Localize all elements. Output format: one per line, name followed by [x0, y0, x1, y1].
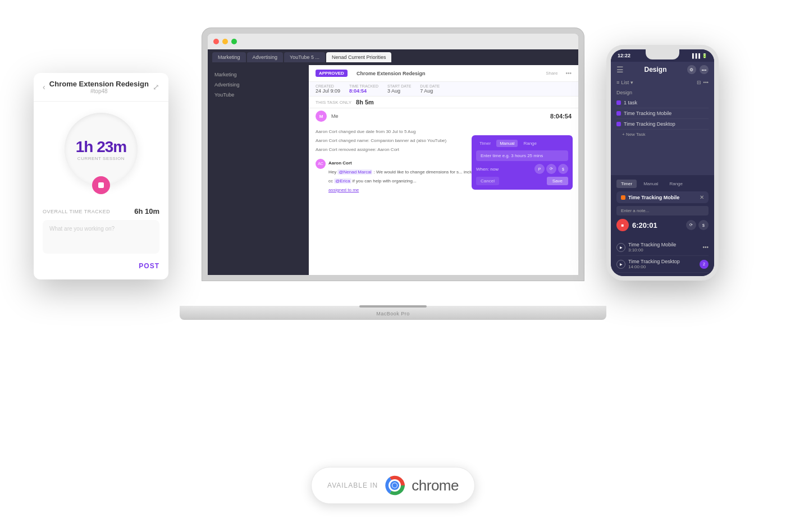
history-count-2: 2 — [700, 260, 709, 269]
tab-advertising[interactable]: Advertising — [247, 52, 284, 62]
back-icon[interactable]: ‹ — [43, 82, 45, 91]
popup-btn-s[interactable]: ⟳ — [546, 164, 556, 174]
more-options-icon[interactable]: ••• — [565, 70, 572, 76]
time-tracked: 8:04:54 — [349, 88, 378, 94]
task-dot-3 — [616, 122, 621, 126]
phone-tasks: Design 1 task Time Tracking Mobile Time … — [611, 88, 714, 175]
current-task-row: Time Tracking Mobile ✕ — [616, 191, 709, 203]
me-avatar: M — [316, 111, 327, 122]
scene: Marketing Advertising YouTube 5 ... Nena… — [0, 0, 786, 532]
time-display-row: CREATED 24 Jul 9:09 TIME TRACKED 8:04:54… — [309, 82, 578, 97]
list-label: ≡ List ▾ — [616, 80, 633, 85]
sidebar-item-marketing[interactable]: Marketing — [208, 70, 309, 80]
history-play-2[interactable]: ▶ — [616, 260, 625, 269]
sidebar-item-advertising[interactable]: Advertising — [208, 80, 309, 90]
timer-session-label: CURRENT SESSION — [77, 156, 125, 161]
more-list-icon[interactable]: ••• — [703, 80, 709, 85]
time-input[interactable]: Enter time e.g. 3 hours 25 mins — [476, 150, 568, 161]
new-task-button[interactable]: + New Task — [616, 130, 709, 139]
phone-header-icons: ⚙ ••• — [687, 65, 709, 74]
timer-running: ■ 6:20:01 — [616, 219, 657, 231]
phone-timer-value: 6:20:01 — [632, 221, 657, 230]
popup-btn-dollar[interactable]: $ — [558, 164, 568, 174]
phone-header: ☰ Design ⚙ ••• — [611, 62, 714, 77]
list-icon: ≡ — [616, 80, 619, 85]
cancel-button[interactable]: Cancel — [476, 177, 499, 185]
history-task-2: Time Tracking Desktop — [628, 259, 697, 264]
mention-nenad: @Nenad Marcal — [337, 169, 372, 175]
time-entry-popup: Timer Manual Range Enter time e.g. 3 hou… — [472, 135, 573, 190]
post-button[interactable]: POST — [139, 262, 159, 270]
tab-marketing[interactable]: Marketing — [212, 52, 246, 62]
note-input[interactable]: Enter a note... — [616, 206, 709, 215]
share-label: Share — [546, 71, 557, 76]
phone-history: ▶ Time Tracking Mobile 3:10:00 ••• ▶ Tim… — [611, 236, 714, 276]
task-dot-orange — [621, 195, 625, 200]
hamburger-icon[interactable]: ☰ — [616, 65, 624, 74]
chrome-label: chrome — [412, 477, 459, 494]
phone-frame: 12:22 ▐▐▐ 🔋 ☰ Design ⚙ ••• — [606, 45, 719, 281]
popup-tab-manual[interactable]: Manual — [496, 140, 518, 147]
history-duration-2: 14:00:00 — [628, 264, 697, 269]
chrome-logo-icon — [385, 475, 405, 496]
task-name-2: Time Tracking Mobile — [624, 111, 709, 116]
task-header: APPROVED Chrome Extension Redesign Share… — [309, 65, 578, 82]
ext-timer-circle-area: 1h 23m CURRENT SESSION — [34, 102, 168, 197]
status-badge: APPROVED — [316, 70, 348, 77]
popup-tab-timer[interactable]: Timer — [476, 140, 494, 147]
settings-icon[interactable]: ⚙ — [687, 65, 696, 74]
phone-tab-range[interactable]: Range — [665, 180, 687, 188]
task-name-3: Time Tracking Desktop — [624, 121, 709, 127]
commenter-avatar: AC — [316, 159, 326, 169]
more-icon[interactable]: ••• — [700, 65, 709, 74]
macbook-notch — [359, 305, 427, 308]
filter-icon[interactable]: ⊟ — [697, 80, 701, 85]
working-on-input[interactable]: What are you working on? — [43, 220, 159, 254]
popup-tab-range[interactable]: Range — [520, 140, 540, 147]
chevron-down-icon: ▾ — [630, 80, 633, 85]
traffic-light-yellow[interactable] — [222, 39, 228, 44]
phone-content: 12:22 ▐▐▐ 🔋 ☰ Design ⚙ ••• — [611, 49, 714, 276]
history-info-1: Time Tracking Mobile 3:10:00 — [628, 242, 700, 253]
stop-icon — [98, 182, 104, 188]
task-item-3[interactable]: Time Tracking Desktop — [616, 119, 709, 130]
post-area: POST — [34, 260, 168, 279]
tab-nenad[interactable]: Nenad Current Priorities — [326, 52, 392, 62]
popup-when-row: When: now P ⟳ $ — [476, 164, 568, 174]
timer-stop-button[interactable] — [92, 176, 110, 194]
history-item-2: ▶ Time Tracking Desktop 14:00:00 2 — [616, 256, 709, 273]
history-play-1[interactable]: ▶ — [616, 243, 625, 252]
overall-label: OVERALL TIME TRACKED — [43, 209, 110, 214]
sidebar-item-youtube[interactable]: YouTube — [208, 90, 309, 100]
phone-tab-timer[interactable]: Timer — [616, 180, 637, 188]
save-button[interactable]: Save — [547, 177, 568, 185]
history-more-1[interactable]: ••• — [702, 244, 709, 250]
ext-tag: #top48 — [49, 88, 149, 94]
popup-tabs: Timer Manual Range — [476, 140, 568, 147]
chrome-badge[interactable]: AVAILABLE IN chrome — [311, 467, 475, 504]
dollar-icon[interactable]: $ — [698, 220, 709, 230]
refresh-icon[interactable]: ⟳ — [686, 220, 696, 230]
ext-title-area: Chrome Extension Redesign #top48 — [49, 80, 149, 94]
phone-tab-manual[interactable]: Manual — [639, 180, 662, 188]
phone-stop-button[interactable]: ■ — [616, 219, 629, 231]
start-date: 3 Aug — [387, 88, 411, 94]
popup-btn-p[interactable]: P — [534, 164, 545, 174]
browser-content: Marketing Advertising YouTube APPROVED C… — [208, 65, 578, 275]
task-group-title: Design — [616, 90, 709, 95]
traffic-light-red[interactable] — [213, 39, 219, 44]
task-item-2[interactable]: Time Tracking Mobile — [616, 108, 709, 119]
traffic-light-green[interactable] — [231, 39, 237, 44]
close-task-icon[interactable]: ✕ — [700, 194, 704, 200]
phone-time: 12:22 — [618, 53, 630, 58]
ext-title: Chrome Extension Redesign — [49, 80, 149, 88]
browser: Marketing Advertising YouTube 5 ... Nena… — [208, 34, 578, 275]
history-duration-1: 3:10:00 — [628, 247, 700, 253]
tab-youtube[interactable]: YouTube 5 ... — [284, 52, 325, 62]
macbook-label: MacBook Pro — [376, 311, 410, 317]
macbook-base: MacBook Pro — [180, 306, 606, 320]
phone-list-header: ≡ List ▾ ⊟ ••• — [611, 77, 714, 88]
macbook-screen: Marketing Advertising YouTube 5 ... Nena… — [202, 28, 584, 281]
expand-icon[interactable]: ⤢ — [153, 82, 159, 91]
task-item-1[interactable]: 1 task — [616, 98, 709, 108]
